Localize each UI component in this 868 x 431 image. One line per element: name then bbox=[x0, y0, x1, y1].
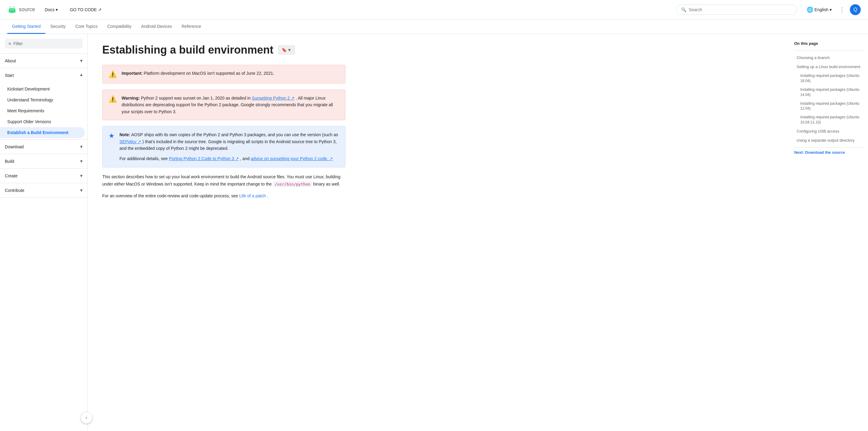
note-text2: ) that's included in the source tree. Go… bbox=[120, 139, 337, 151]
toc-item-ubuntu-10[interactable]: Installing required packages (Ubuntu 10.… bbox=[794, 113, 863, 127]
sidebar-item-kickstart[interactable]: Kickstart Development bbox=[0, 84, 87, 94]
tab-compatibility[interactable]: Compatibility bbox=[102, 19, 136, 34]
language-label: English bbox=[814, 7, 828, 12]
warning-label: Warning: bbox=[122, 96, 140, 100]
bookmark-chevron: ▼ bbox=[287, 48, 291, 52]
sidebar-item-requirements[interactable]: Meet Requirements bbox=[0, 105, 87, 116]
globe-icon: 🌐 bbox=[807, 6, 813, 13]
docs-button[interactable]: Docs ▾ bbox=[42, 6, 60, 13]
tab-reference[interactable]: Reference bbox=[177, 19, 206, 34]
sidebar-section-start-header[interactable]: Start ▾ bbox=[0, 68, 87, 82]
important-alert: ⚠️ Important: Platform development on Ma… bbox=[102, 65, 345, 84]
language-button[interactable]: 🌐 English ▾ bbox=[804, 5, 834, 14]
svg-line-5 bbox=[13, 6, 14, 7]
filter-placeholder: Filter bbox=[13, 41, 23, 46]
note-alert-content: Note: AOSP ships with its own copies of … bbox=[120, 132, 339, 162]
sidebar-section-create: Create ▾ bbox=[0, 169, 87, 183]
note-text4: , and bbox=[240, 156, 249, 161]
sidebar-section-about-header[interactable]: About ▾ bbox=[0, 54, 87, 68]
sidebar-section-create-label: Create bbox=[5, 173, 18, 178]
porting-python-link[interactable]: Porting Python 2 Code to Python 3 ↗ bbox=[169, 156, 239, 161]
sidebar-start-items: Kickstart Development Understand Termino… bbox=[0, 82, 87, 139]
docs-label: Docs bbox=[45, 7, 55, 12]
body-paragraph-2: For an overview of the entire code-revie… bbox=[102, 193, 345, 200]
sidebar-section-contribute: Contribute ▾ bbox=[0, 183, 87, 198]
sunsetting-python-link[interactable]: Sunsetting Python 2 ↗ bbox=[252, 96, 294, 100]
body2-after: . bbox=[267, 193, 268, 198]
sidebar-section-contribute-label: Contribute bbox=[5, 188, 25, 193]
note-text1: AOSP ships with its own copies of the Py… bbox=[131, 132, 338, 137]
filter-icon: ≡ bbox=[8, 41, 11, 46]
goto-code-button[interactable]: GO TO CODE ↗ bbox=[67, 6, 104, 13]
page-title: Establishing a build environment 🔖 ▼ bbox=[102, 44, 345, 56]
user-avatar[interactable]: Q bbox=[850, 4, 861, 15]
create-chevron-icon: ▾ bbox=[80, 173, 83, 179]
top-nav: source Docs ▾ GO TO CODE ↗ 🔍 🌐 English ▾… bbox=[0, 0, 868, 19]
note-label: Note: bbox=[120, 132, 130, 137]
toc-item-ubuntu-12[interactable]: Installing required packages (Ubuntu 12.… bbox=[794, 99, 863, 113]
contribute-chevron-icon: ▾ bbox=[80, 188, 83, 193]
search-icon: 🔍 bbox=[681, 7, 686, 12]
about-chevron-icon: ▾ bbox=[80, 58, 83, 63]
logo-text: source bbox=[19, 6, 35, 13]
nav-right: 🌐 English ▾ ⋮ Q bbox=[804, 4, 861, 15]
sidebar-section-about: About ▾ bbox=[0, 54, 87, 68]
main-layout: ≡ Filter About ▾ Start ▾ Kickstart Devel… bbox=[0, 34, 868, 214]
avatar-letter: Q bbox=[854, 7, 857, 12]
sidebar-section-download-label: Download bbox=[5, 144, 24, 149]
advice-sunsetting-link[interactable]: advice on sunsetting your Python 2 code.… bbox=[251, 156, 333, 161]
sidebar: ≡ Filter About ▾ Start ▾ Kickstart Devel… bbox=[0, 34, 88, 214]
toc-item-separate-output[interactable]: Using a separate output directory bbox=[794, 136, 863, 145]
search-box[interactable]: 🔍 bbox=[676, 4, 797, 15]
toc-item-ubuntu-14[interactable]: Installing required packages (Ubuntu 14.… bbox=[794, 85, 863, 99]
sidebar-item-older-versions[interactable]: Support Older Versions bbox=[0, 116, 87, 127]
filter-input[interactable]: ≡ Filter bbox=[5, 39, 83, 49]
sidebar-item-terminology[interactable]: Understand Terminology bbox=[0, 94, 87, 105]
search-input[interactable] bbox=[689, 7, 792, 12]
right-toc: On this page Choosing a branch Setting u… bbox=[789, 34, 868, 214]
tab-android-devices[interactable]: Android Devices bbox=[136, 19, 177, 34]
warning-alert-content: Warning: Python 2 support was sunset on … bbox=[122, 95, 339, 115]
bookmark-button[interactable]: 🔖 ▼ bbox=[278, 46, 295, 55]
goto-code-label: GO TO CODE ↗ bbox=[70, 7, 102, 12]
sidebar-section-start: Start ▾ Kickstart Development Understand… bbox=[0, 68, 87, 140]
toc-next-link[interactable]: Next: Download the source bbox=[794, 150, 863, 155]
toc-item-choosing-branch[interactable]: Choosing a branch bbox=[794, 53, 863, 62]
note-alert: ★ Note: AOSP ships with its own copies o… bbox=[102, 126, 345, 167]
toc-item-configuring-usb[interactable]: Configuring USB access bbox=[794, 127, 863, 136]
tab-getting-started[interactable]: Getting Started bbox=[7, 19, 45, 34]
note-alert-icon: ★ bbox=[108, 132, 115, 140]
sidebar-section-create-header[interactable]: Create ▾ bbox=[0, 169, 87, 183]
filter-box: ≡ Filter bbox=[0, 34, 87, 54]
important-alert-content: Important: Platform development on MacOS… bbox=[122, 70, 274, 77]
sidebar-section-start-label: Start bbox=[5, 73, 14, 78]
sidebar-section-about-label: About bbox=[5, 58, 16, 63]
inline-code-python: /usr/bin/python bbox=[273, 181, 312, 187]
lang-chevron-icon: ▾ bbox=[830, 7, 832, 12]
android-logo-icon bbox=[7, 5, 17, 15]
tab-core-topics[interactable]: Core Topics bbox=[70, 19, 102, 34]
important-alert-icon: ⚠️ bbox=[108, 70, 117, 78]
svg-point-3 bbox=[13, 9, 13, 10]
sidebar-section-build-header[interactable]: Build ▾ bbox=[0, 154, 87, 168]
important-label: Important: bbox=[122, 71, 143, 76]
body1b-text: binary as well. bbox=[313, 181, 340, 186]
toc-title: On this page bbox=[794, 41, 863, 46]
more-options-button[interactable]: ⋮ bbox=[837, 4, 847, 15]
body-paragraph-1: This section describes how to set up you… bbox=[102, 173, 345, 188]
docs-chevron-icon: ▾ bbox=[56, 7, 58, 12]
important-text: Platform development on MacOS isn't supp… bbox=[144, 71, 274, 76]
android-logo[interactable]: source bbox=[7, 5, 35, 15]
sidebar-item-build-environment[interactable]: Establish a Build Environment bbox=[0, 127, 85, 138]
sepolicy-link[interactable]: SEPolicy ↗ bbox=[120, 139, 141, 144]
download-chevron-icon: ▾ bbox=[80, 144, 83, 149]
sidebar-section-build-label: Build bbox=[5, 159, 14, 164]
toc-item-setting-up-linux[interactable]: Setting up a Linux build environment bbox=[794, 62, 863, 71]
tab-security[interactable]: Security bbox=[45, 19, 70, 34]
logo-area: source bbox=[7, 5, 35, 15]
toc-item-ubuntu-18[interactable]: Installing required packages (Ubuntu 18.… bbox=[794, 71, 863, 85]
sidebar-section-download-header[interactable]: Download ▾ bbox=[0, 140, 87, 154]
build-chevron-icon: ▾ bbox=[80, 158, 83, 164]
sidebar-section-contribute-header[interactable]: Contribute ▾ bbox=[0, 183, 87, 197]
life-of-a-patch-link[interactable]: Life of a patch bbox=[239, 193, 266, 198]
